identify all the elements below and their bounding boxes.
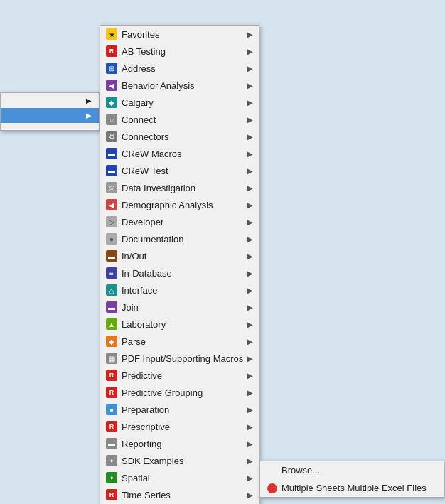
address-arrow: ▶ <box>247 65 253 73</box>
ctx-zoom-arrow: ▶ <box>86 97 92 104</box>
reporting-arrow: ▶ <box>247 440 253 448</box>
interface-icon: △ <box>106 284 117 296</box>
menu-item-crew-test[interactable]: ▬CReW Test▶ <box>100 162 259 179</box>
sub-menu-macro: Browse...Multiple Sheets Multiple Excel … <box>259 461 444 498</box>
submenu-item-multiple-sheets[interactable]: Multiple Sheets Multiple Excel Files <box>260 479 444 497</box>
menu-item-in-out[interactable]: ▬In/Out▶ <box>100 247 259 264</box>
crew-test-icon: ▬ <box>106 165 117 176</box>
crew-macros-icon: ▬ <box>106 148 117 159</box>
spatial-label: Spatial <box>122 473 243 483</box>
favorites-icon: ★ <box>106 28 117 40</box>
parse-icon: ◆ <box>106 336 117 347</box>
menu-item-parse[interactable]: ◆Parse▶ <box>100 333 259 350</box>
in-out-icon: ▬ <box>106 250 117 262</box>
menu-item-calgary[interactable]: ◆Calgary▶ <box>100 94 259 111</box>
laboratory-arrow: ▶ <box>247 321 253 328</box>
documentation-label: Documentation <box>122 234 243 245</box>
predictive-arrow: ▶ <box>247 372 253 380</box>
menu-item-ab-testing[interactable]: RAB Testing▶ <box>100 43 259 60</box>
preparation-icon: ● <box>106 404 117 415</box>
menu-item-preparation[interactable]: ●Preparation▶ <box>100 401 259 418</box>
menu-item-join[interactable]: ▬Join▶ <box>100 299 259 316</box>
menu-item-documentation[interactable]: ●Documentation▶ <box>100 230 259 247</box>
in-database-arrow: ▶ <box>247 269 253 277</box>
data-investigation-icon: ◎ <box>106 182 117 193</box>
demographic-analysis-icon: ◀ <box>106 199 117 210</box>
reporting-icon: ▬ <box>106 438 117 449</box>
connect-icon: ○ <box>106 114 117 125</box>
connectors-label: Connectors <box>122 132 243 142</box>
prescriptive-arrow: ▶ <box>247 423 253 431</box>
documentation-icon: ● <box>106 233 117 245</box>
menu-item-data-investigation[interactable]: ◎Data Investigation▶ <box>100 179 259 196</box>
menu-item-laboratory[interactable]: ▲Laboratory▶ <box>100 316 259 333</box>
submenu-item-browse[interactable]: Browse... <box>260 461 444 479</box>
browse-label: Browse... <box>282 465 436 476</box>
context-menu-left: ▶ ▶ <box>0 92 100 131</box>
ctx-zoom[interactable]: ▶ <box>1 93 99 108</box>
address-label: Address <box>122 63 243 74</box>
prescriptive-label: Prescriptive <box>122 422 243 432</box>
connectors-icon: ⚙ <box>106 131 117 142</box>
ctx-insert-arrow: ▶ <box>86 112 92 119</box>
multiple-sheets-icon <box>267 483 277 493</box>
sdk-examples-arrow: ▶ <box>247 457 253 465</box>
menu-item-reporting[interactable]: ▬Reporting▶ <box>100 435 259 452</box>
demographic-analysis-arrow: ▶ <box>247 201 253 209</box>
data-investigation-label: Data Investigation <box>122 183 243 193</box>
connectors-arrow: ▶ <box>247 133 253 141</box>
menu-item-in-database[interactable]: ≡In-Database▶ <box>100 264 259 282</box>
menu-item-predictive-grouping[interactable]: RPredictive Grouping▶ <box>100 384 259 401</box>
laboratory-icon: ▲ <box>106 318 117 330</box>
in-database-label: In-Database <box>122 268 243 279</box>
documentation-arrow: ▶ <box>247 235 253 243</box>
favorites-arrow: ▶ <box>247 31 253 38</box>
reporting-label: Reporting <box>122 439 243 449</box>
behavior-analysis-arrow: ▶ <box>247 82 253 90</box>
ctx-findtool[interactable] <box>1 123 99 130</box>
time-series-label: Time Series <box>122 490 243 500</box>
menu-item-pdf-input[interactable]: ▦PDF Input/Supporting Macros▶ <box>100 350 259 367</box>
data-investigation-arrow: ▶ <box>247 184 253 192</box>
calgary-arrow: ▶ <box>247 99 253 107</box>
menu-item-connect[interactable]: ○Connect▶ <box>100 111 259 128</box>
sdk-examples-label: SDK Examples <box>122 456 243 466</box>
menu-item-developer[interactable]: ▷Developer▶ <box>100 213 259 230</box>
crew-test-label: CReW Test <box>122 166 243 176</box>
developer-label: Developer <box>122 217 243 227</box>
menu-item-time-series[interactable]: RTime Series▶ <box>100 486 259 503</box>
time-series-icon: R <box>106 489 117 500</box>
join-icon: ▬ <box>106 301 117 313</box>
in-out-label: In/Out <box>122 251 243 262</box>
behavior-analysis-icon: ◀ <box>106 80 117 91</box>
sdk-examples-icon: ✦ <box>106 455 117 466</box>
connect-arrow: ▶ <box>247 116 253 124</box>
predictive-grouping-icon: R <box>106 387 117 398</box>
predictive-icon: R <box>106 370 117 381</box>
menu-item-interface[interactable]: △Interface▶ <box>100 282 259 299</box>
pdf-input-icon: ▦ <box>106 353 117 364</box>
crew-test-arrow: ▶ <box>247 167 253 175</box>
spatial-icon: ✦ <box>106 472 117 483</box>
menu-item-sdk-examples[interactable]: ✦SDK Examples▶ <box>100 452 259 469</box>
menu-item-demographic-analysis[interactable]: ◀Demographic Analysis▶ <box>100 196 259 213</box>
ctx-insert[interactable]: ▶ <box>1 108 99 123</box>
predictive-grouping-label: Predictive Grouping <box>122 387 243 398</box>
menu-item-prescriptive[interactable]: RPrescriptive▶ <box>100 418 259 435</box>
developer-icon: ▷ <box>106 216 117 227</box>
in-database-icon: ≡ <box>106 267 117 279</box>
preparation-label: Preparation <box>122 404 243 415</box>
menu-item-favorites[interactable]: ★Favorites▶ <box>100 26 259 43</box>
menu-item-connectors[interactable]: ⚙Connectors▶ <box>100 128 259 145</box>
menu-item-predictive[interactable]: RPredictive▶ <box>100 367 259 384</box>
pdf-input-arrow: ▶ <box>247 355 253 363</box>
menu-item-crew-macros[interactable]: ▬CReW Macros▶ <box>100 145 259 162</box>
calgary-label: Calgary <box>122 97 243 108</box>
menu-item-spatial[interactable]: ✦Spatial▶ <box>100 469 259 486</box>
address-icon: ⊞ <box>106 63 117 74</box>
menu-item-address[interactable]: ⊞Address▶ <box>100 60 259 77</box>
menu-item-behavior-analysis[interactable]: ◀Behavior Analysis▶ <box>100 77 259 94</box>
predictive-label: Predictive <box>122 370 243 381</box>
parse-arrow: ▶ <box>247 338 253 345</box>
crew-macros-arrow: ▶ <box>247 150 253 158</box>
